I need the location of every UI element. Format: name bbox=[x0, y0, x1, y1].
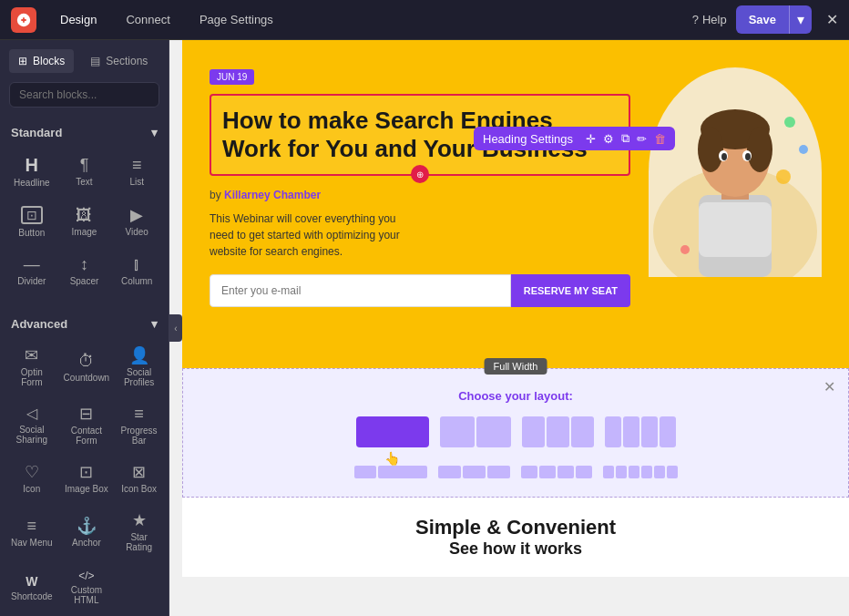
layout-cell-sm bbox=[463, 466, 486, 478]
sidebar-collapse-handle[interactable]: ‹ bbox=[169, 314, 182, 342]
email-input[interactable] bbox=[210, 274, 511, 307]
sidebar-item-icon-box[interactable]: ⊠ Icon Box bbox=[117, 457, 161, 501]
layout-cell-full: 👆 bbox=[356, 416, 429, 447]
layout-cell bbox=[660, 416, 676, 447]
layout-option-full[interactable]: 👆 bbox=[356, 416, 429, 447]
heading-settings-label: Heading Settings bbox=[483, 132, 573, 146]
icon-icon: ♡ bbox=[25, 464, 39, 480]
layout-option-2col-row[interactable] bbox=[354, 466, 427, 478]
standard-collapse-icon[interactable]: ▾ bbox=[151, 126, 158, 139]
layout-option-6col-2row[interactable] bbox=[603, 466, 678, 478]
delete-icon[interactable]: 🗑 bbox=[654, 132, 666, 146]
sidebar-item-social-sharing[interactable]: ◁ Social Sharing bbox=[7, 398, 56, 453]
heading-anchor[interactable]: ⊕ bbox=[411, 165, 429, 183]
svg-point-13 bbox=[784, 117, 795, 128]
layout-cell-sm bbox=[557, 466, 574, 478]
save-button[interactable]: Save bbox=[736, 7, 789, 32]
divider-icon: — bbox=[24, 256, 40, 272]
sidebar-item-social-profiles[interactable]: 👤 Social Profiles bbox=[117, 340, 161, 395]
settings-icon[interactable]: ⚙ bbox=[603, 132, 614, 146]
layout-option-3col[interactable] bbox=[522, 416, 594, 447]
layout-cell-sm bbox=[539, 466, 556, 478]
list-label: List bbox=[129, 177, 144, 187]
help-label: Help bbox=[702, 13, 727, 26]
logo bbox=[11, 7, 36, 33]
main-layout: ⊞ Blocks ▤ Sections Standard ▾ H Headlin… bbox=[0, 40, 849, 616]
close-button[interactable]: ✕ bbox=[826, 11, 838, 28]
sidebar-item-column[interactable]: ⫿ Column bbox=[112, 249, 161, 293]
layout-cell bbox=[571, 416, 594, 447]
sidebar-item-shortcode[interactable]: W Shortcode bbox=[7, 563, 56, 612]
sidebar-item-video[interactable]: ▶ Video bbox=[112, 199, 161, 245]
tab-sections[interactable]: ▤ Sections bbox=[81, 49, 157, 73]
nav-page-settings[interactable]: Page Settings bbox=[194, 9, 279, 30]
layout-cell-sm bbox=[616, 466, 627, 478]
sidebar-item-list[interactable]: ≡ List bbox=[112, 149, 161, 195]
copy-icon[interactable]: ⧉ bbox=[621, 131, 629, 146]
sidebar-item-nav-menu[interactable]: ≡ Nav Menu bbox=[7, 505, 56, 560]
nav-connect[interactable]: Connect bbox=[120, 9, 175, 30]
sidebar-item-image-box[interactable]: ⊡ Image Box bbox=[60, 457, 114, 501]
move-icon[interactable]: ✛ bbox=[586, 132, 596, 146]
layout-option-4col[interactable] bbox=[605, 416, 676, 447]
standard-section-header: Standard ▾ bbox=[0, 117, 169, 145]
search-input[interactable] bbox=[9, 82, 159, 108]
sidebar-item-countdown[interactable]: ⏱ Countdown bbox=[60, 340, 114, 395]
image-box-label: Image Box bbox=[65, 484, 108, 494]
sidebar-item-icon[interactable]: ♡ Icon bbox=[7, 457, 56, 501]
layout-cell-sm bbox=[667, 466, 678, 478]
layout-picker-section: ✕ Full Width Choose your layout: 👆 bbox=[182, 368, 849, 498]
sidebar-item-button[interactable]: ⊡ Button bbox=[7, 199, 56, 245]
edit-icon[interactable]: ✏ bbox=[637, 132, 647, 146]
sections-icon: ▤ bbox=[90, 55, 100, 67]
contact-form-icon: ⊟ bbox=[79, 406, 93, 422]
custom-html-label: Custom HTML bbox=[64, 585, 110, 605]
author-line: by Killarney Chamber bbox=[210, 189, 630, 201]
optin-form-icon: ✉ bbox=[25, 347, 38, 364]
sidebar-item-star-rating[interactable]: ★ Star Rating bbox=[117, 505, 161, 560]
sidebar-item-custom-html[interactable]: </> Custom HTML bbox=[60, 563, 114, 612]
layout-cell bbox=[476, 416, 511, 447]
social-sharing-label: Social Sharing bbox=[11, 425, 53, 445]
svg-point-7 bbox=[747, 127, 772, 172]
tab-blocks[interactable]: ⊞ Blocks bbox=[9, 49, 74, 73]
sidebar-item-contact-form[interactable]: ⊟ Contact Form bbox=[60, 398, 114, 453]
button-label: Button bbox=[18, 228, 45, 238]
help-button[interactable]: ? Help bbox=[692, 13, 727, 26]
page-canvas: Heading Settings ✛ ⚙ ⧉ ✏ 🗑 JUN 19 How to… bbox=[169, 40, 849, 616]
layout-title: Choose your layout: bbox=[201, 387, 830, 404]
person-portrait bbox=[649, 67, 822, 277]
help-icon: ? bbox=[692, 13, 699, 26]
description-text: This Webinar will cover everything you n… bbox=[210, 210, 410, 260]
sidebar-item-optin-form[interactable]: ✉ Optin Form bbox=[7, 340, 56, 395]
full-width-label: Full Width bbox=[485, 358, 547, 375]
person-svg bbox=[649, 67, 822, 277]
sidebar-item-text[interactable]: ¶ Text bbox=[60, 149, 109, 195]
save-button-group: Save ▾ bbox=[736, 5, 812, 34]
save-dropdown-button[interactable]: ▾ bbox=[789, 5, 812, 34]
layout-option-3col-2row[interactable] bbox=[438, 466, 510, 478]
layout-cell bbox=[522, 416, 545, 447]
layout-option-2col[interactable] bbox=[440, 416, 511, 447]
layout-option-4col-2row[interactable] bbox=[521, 466, 592, 478]
text-label: Text bbox=[76, 177, 92, 187]
image-box-icon: ⊡ bbox=[79, 464, 93, 480]
layout-cell-sm bbox=[378, 466, 427, 478]
sidebar-item-progress-bar[interactable]: ≡ Progress Bar bbox=[117, 398, 161, 453]
sidebar-item-image[interactable]: 🖼 Image bbox=[60, 199, 109, 245]
sidebar-item-anchor[interactable]: ⚓ Anchor bbox=[60, 505, 114, 560]
author-name: Killarney Chamber bbox=[224, 189, 321, 201]
author-prefix: by bbox=[210, 189, 221, 201]
social-sharing-icon: ◁ bbox=[26, 406, 37, 421]
layout-cell-sm bbox=[641, 466, 652, 478]
sidebar-item-headline[interactable]: H Headline bbox=[7, 149, 56, 195]
sidebar-item-spacer[interactable]: ↕ Spacer bbox=[60, 249, 109, 293]
sidebar-item-divider[interactable]: — Divider bbox=[7, 249, 56, 293]
hero-left: JUN 19 How to make Search Engines Work f… bbox=[210, 67, 630, 307]
layout-section-close-button[interactable]: ✕ bbox=[823, 378, 835, 395]
star-rating-label: Star Rating bbox=[120, 532, 158, 552]
advanced-collapse-icon[interactable]: ▾ bbox=[151, 317, 158, 331]
nav-design[interactable]: Design bbox=[55, 9, 102, 30]
reserve-button[interactable]: RESERVE MY SEAT bbox=[511, 274, 630, 307]
social-profiles-label: Social Profiles bbox=[120, 367, 158, 387]
